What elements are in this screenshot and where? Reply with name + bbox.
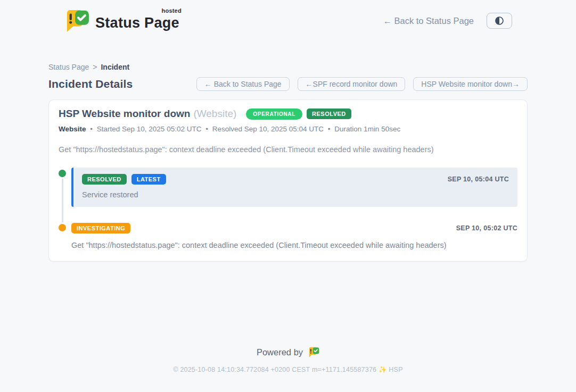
timeline-badges: RESOLVED LATEST xyxy=(82,174,166,185)
breadcrumb: Status Page>Incident xyxy=(48,63,528,71)
timeline-timestamp: SEP 10, 05:02 UTC xyxy=(456,224,517,232)
theme-toggle-button[interactable] xyxy=(487,13,512,29)
header: Status Page hosted ← Back to Status Page xyxy=(64,0,512,34)
logo-hosted-label: hosted xyxy=(162,8,182,14)
main-content: Status Page>Incident Incident Details ← … xyxy=(48,63,528,262)
incident-timeline: RESOLVED LATEST SEP 10, 05:04 UTC Servic… xyxy=(59,168,517,249)
status-page-logo[interactable]: Status Page hosted xyxy=(64,9,179,32)
meta-component: Website xyxy=(59,125,86,133)
investigating-badge: INVESTIGATING xyxy=(71,223,130,233)
timeline-dot-green xyxy=(59,170,66,177)
timeline-badges: INVESTIGATING xyxy=(71,223,130,233)
header-right: ← Back to Status Page xyxy=(383,13,512,29)
meta-resolved: Resolved Sep 10, 2025 05:04 UTC xyxy=(212,125,324,133)
meta-started: Started Sep 10, 2025 05:02 UTC xyxy=(97,125,202,133)
page-title: Incident Details xyxy=(48,78,133,90)
incident-nav-buttons: ← Back to Status Page ←SPF record monito… xyxy=(196,77,528,91)
prev-incident-button[interactable]: ←SPF record monitor down xyxy=(298,77,406,91)
timeline-timestamp: SEP 10, 05:04 UTC xyxy=(448,176,509,183)
breadcrumb-current: Incident xyxy=(101,63,129,71)
operational-status-badge: OPERATIONAL xyxy=(246,109,302,120)
status-page-mini-logo-icon xyxy=(308,347,319,357)
next-incident-button[interactable]: HSP Website monitor down→ xyxy=(413,77,528,91)
meta-bullet: • xyxy=(205,125,208,133)
timeline-latest-update-box: RESOLVED LATEST SEP 10, 05:04 UTC Servic… xyxy=(71,168,517,207)
theme-contrast-icon xyxy=(495,16,504,26)
back-to-status-page-button[interactable]: ← Back to Status Page xyxy=(196,77,290,91)
powered-by-label: Powered by xyxy=(257,347,303,357)
breadcrumb-separator: > xyxy=(93,63,97,71)
footer: Powered by © 2025-10-08 14:10:34.772084 … xyxy=(0,347,576,373)
logo-text: Status Page xyxy=(95,15,179,31)
timeline-update-header: INVESTIGATING SEP 10, 05:02 UTC xyxy=(71,223,517,233)
incident-description: Get "https://hostedstatus.page": context… xyxy=(59,145,517,154)
timeline-message: Service restored xyxy=(82,190,509,199)
timeline-message: Get "https://hostedstatus.page": context… xyxy=(71,241,517,249)
latest-badge: LATEST xyxy=(131,174,166,185)
meta-bullet: • xyxy=(328,125,331,133)
title-row: Incident Details ← Back to Status Page ←… xyxy=(48,77,528,91)
meta-bullet: • xyxy=(90,125,93,133)
incident-meta: Website • Started Sep 10, 2025 05:02 UTC… xyxy=(59,125,517,133)
resolved-status-badge: RESOLVED xyxy=(307,109,351,119)
logo-wordmark: Status Page hosted xyxy=(95,12,179,30)
resolved-badge: RESOLVED xyxy=(82,174,127,185)
incident-component: (Website) xyxy=(193,108,236,120)
header-back-link[interactable]: ← Back to Status Page xyxy=(383,16,474,26)
timeline-item-investigating: INVESTIGATING SEP 10, 05:02 UTC Get "htt… xyxy=(59,223,517,249)
timeline-item-resolved: RESOLVED LATEST SEP 10, 05:04 UTC Servic… xyxy=(59,168,517,207)
status-page-logo-icon xyxy=(64,9,89,32)
meta-duration: Duration 1min 50sec xyxy=(334,125,400,133)
copyright-text: © 2025-10-08 14:10:34.772084 +0200 CEST … xyxy=(0,365,576,373)
incident-card: HSP Website monitor down (Website) OPERA… xyxy=(48,99,528,262)
timeline-update-header: RESOLVED LATEST SEP 10, 05:04 UTC xyxy=(82,174,509,185)
incident-title-row: HSP Website monitor down (Website) OPERA… xyxy=(59,108,517,120)
powered-by-link[interactable]: Powered by xyxy=(0,347,576,357)
breadcrumb-root[interactable]: Status Page xyxy=(48,63,89,71)
incident-title: HSP Website monitor down xyxy=(59,108,190,120)
timeline-dot-orange xyxy=(59,224,66,231)
